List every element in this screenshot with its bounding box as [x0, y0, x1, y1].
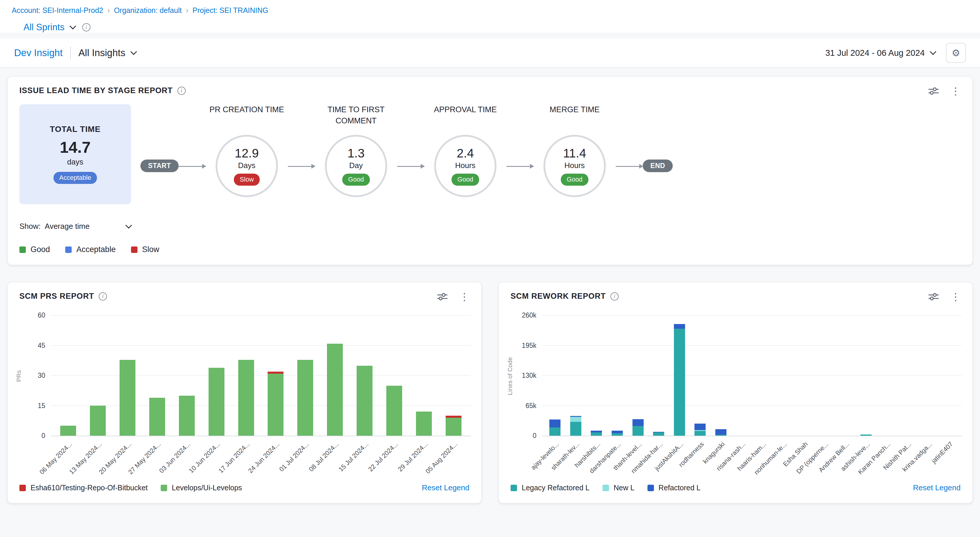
reset-legend-link[interactable]: Reset Legend [422, 483, 469, 493]
bar[interactable] [653, 316, 664, 436]
bar[interactable] [861, 316, 872, 436]
bar[interactable] [674, 316, 685, 436]
bar[interactable] [798, 316, 809, 436]
y-tick-label: 0 [533, 432, 536, 440]
bar[interactable] [445, 316, 461, 436]
info-icon[interactable]: i [82, 23, 91, 32]
legend-label: Acceptable [76, 245, 116, 254]
legend-item-slow[interactable]: Slow [131, 245, 159, 254]
chevron-down-icon[interactable] [69, 23, 76, 30]
bar-segment [633, 426, 644, 436]
bar[interactable] [297, 316, 313, 436]
bar[interactable] [356, 316, 372, 436]
bar-segment [633, 419, 644, 426]
page: Account: SEI-Internal-Prod2 › Organizati… [0, 0, 980, 537]
bar-segment [612, 433, 623, 436]
y-tick-label: 15 [38, 402, 45, 410]
breadcrumb-account-link[interactable]: Account: SEI-Internal-Prod2 [12, 6, 103, 15]
bar[interactable] [179, 316, 195, 436]
bar[interactable] [902, 316, 913, 436]
breadcrumb-project-link[interactable]: Project: SEI TRAINING [192, 6, 268, 15]
bar[interactable] [923, 316, 934, 436]
bar-segment [90, 406, 106, 436]
bar[interactable] [840, 316, 851, 436]
flow-arrow-icon [506, 166, 533, 167]
gear-icon: ⚙ [952, 47, 960, 59]
legend-item-good[interactable]: Good [19, 245, 50, 254]
bar[interactable] [149, 316, 165, 436]
bar[interactable] [612, 316, 623, 436]
sprint-selector[interactable]: All Sprints [24, 22, 65, 33]
info-icon[interactable]: i [611, 292, 619, 300]
bar[interactable] [90, 316, 106, 436]
bar[interactable] [819, 316, 830, 436]
stage-title: APPROVAL TIME [424, 104, 506, 135]
bar-segment [238, 360, 254, 436]
bar[interactable] [694, 316, 706, 436]
settings-gear-button[interactable]: ⚙ [946, 43, 966, 63]
sprint-selector-row: All Sprints i [24, 22, 966, 33]
flow-arrow-icon [178, 166, 206, 167]
stage-circle[interactable]: 1.3 Day Good [325, 135, 387, 197]
stage-value: 2.4 [457, 146, 474, 160]
legend-item-new[interactable]: New L [603, 483, 635, 492]
bar[interactable] [208, 316, 224, 436]
bar[interactable] [549, 316, 560, 436]
kebab-menu-icon[interactable]: ⋮ [951, 292, 961, 302]
chevron-down-icon[interactable] [930, 48, 937, 55]
bar[interactable] [416, 316, 432, 436]
kebab-menu-icon[interactable]: ⋮ [460, 292, 469, 302]
show-metric-select[interactable]: Show: Average time [19, 222, 131, 231]
stage-circle[interactable]: 11.4 Hours Good [544, 135, 606, 197]
bar[interactable] [715, 316, 727, 436]
reset-legend-link[interactable]: Reset Legend [913, 483, 961, 493]
bar[interactable] [757, 316, 768, 436]
legend-item-legacy-refactored[interactable]: Legacy Refactored L [511, 483, 590, 492]
bar[interactable] [633, 316, 644, 436]
breadcrumb-organization-link[interactable]: Organization: default [114, 6, 182, 15]
bar[interactable] [60, 316, 76, 436]
bar[interactable] [327, 316, 343, 436]
stage-circle[interactable]: 12.9 Days Slow [216, 135, 278, 197]
insight-selector[interactable]: All Insights [78, 47, 126, 59]
breadcrumb-separator-icon: › [107, 6, 110, 15]
bar[interactable] [591, 316, 602, 436]
kebab-menu-icon[interactable]: ⋮ [951, 86, 961, 96]
bar[interactable] [386, 316, 402, 436]
legend-item-refactored[interactable]: Refactored L [648, 483, 701, 492]
bar[interactable] [943, 316, 955, 436]
bar-segment [549, 427, 560, 436]
stage-title: TIME TO FIRST COMMENT [315, 104, 397, 135]
info-icon[interactable]: i [99, 292, 107, 300]
status-badge: Good [561, 174, 589, 186]
info-icon[interactable]: i [177, 87, 186, 95]
legend-swatch [161, 485, 167, 491]
bar-segment [416, 411, 432, 436]
legend-swatch [511, 485, 517, 491]
bar[interactable] [267, 316, 283, 436]
bar-segment [386, 386, 402, 436]
date-range-selector[interactable]: 31 Jul 2024 - 06 Aug 2024 [825, 48, 925, 58]
filter-settings-icon[interactable] [437, 292, 448, 301]
legend-item-esha610[interactable]: Esha610/Testing-Repo-Of-Bitbucket [19, 483, 148, 492]
stage-time-to-first-comment: TIME TO FIRST COMMENT 1.3 Day Good [315, 104, 397, 197]
lead-time-flow: START PR CREATION TIME 12.9 Days Slow TI… [140, 104, 961, 231]
stage-circle[interactable]: 2.4 Hours Good [434, 135, 496, 197]
dev-insight-link[interactable]: Dev Insight [14, 47, 62, 59]
bar[interactable] [238, 316, 254, 436]
legend-item-acceptable[interactable]: Acceptable [65, 245, 116, 254]
bars [51, 316, 471, 436]
y-tick-label: 65k [525, 402, 536, 410]
chevron-down-icon[interactable] [130, 48, 137, 55]
bar[interactable] [736, 316, 747, 436]
legend-item-levelops[interactable]: Levelops/Ui-Levelops [161, 483, 242, 492]
bar[interactable] [881, 316, 892, 436]
bar[interactable] [119, 316, 135, 436]
show-label: Show: [19, 222, 41, 231]
filter-settings-icon[interactable] [928, 292, 939, 301]
flow-arrow-icon [397, 166, 424, 167]
bar-segment [570, 422, 581, 436]
bar[interactable] [778, 316, 789, 436]
bar[interactable] [570, 316, 581, 436]
filter-settings-icon[interactable] [928, 87, 939, 95]
